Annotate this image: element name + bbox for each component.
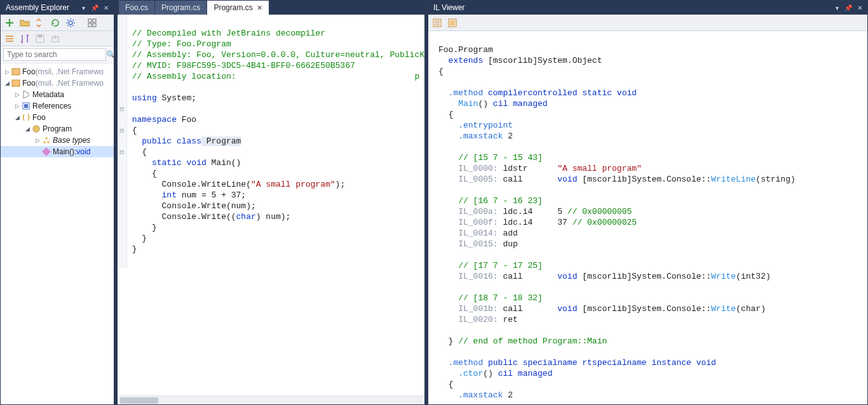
tree-node-metadata[interactable]: ▷ Metadata [1, 89, 114, 100]
tree-label: Foo [22, 67, 36, 76]
code-lines: // Decompiled with JetBrains decompiler … [127, 15, 424, 268]
dropdown-icon[interactable]: ▾ [832, 3, 842, 13]
il-viewer-header: IL Viewer ▾ 📌 ✕ [428, 1, 867, 15]
tree-label: Main(): [53, 147, 76, 156]
close-icon[interactable]: ✕ [257, 4, 262, 12]
svg-rect-6 [93, 23, 96, 27]
svg-rect-11 [12, 80, 20, 86]
svg-rect-8 [38, 35, 42, 37]
svg-rect-1 [6, 22, 13, 23]
tree-return-type: void [76, 147, 90, 156]
add-icon[interactable] [3, 17, 16, 29]
svg-rect-10 [12, 69, 20, 75]
assembly-explorer-toolbar [1, 15, 114, 31]
sort-icon[interactable] [18, 32, 31, 45]
collapse-icon[interactable]: ◢ [13, 114, 21, 121]
folder-icon[interactable] [18, 17, 31, 29]
search-input[interactable] [3, 48, 106, 61]
references-icon [21, 101, 31, 111]
svg-point-15 [45, 137, 48, 140]
svg-point-14 [33, 126, 39, 132]
tree-label: References [32, 102, 71, 110]
tree-node-basetypes[interactable]: ▷ Base types [1, 135, 114, 146]
svg-rect-18 [42, 147, 51, 156]
gear-icon[interactable] [64, 17, 77, 29]
assembly-icon [11, 78, 21, 88]
refresh-icon[interactable] [49, 17, 62, 29]
il-viewer-title: IL Viewer [433, 3, 831, 12]
svg-rect-21 [450, 20, 455, 25]
svg-point-17 [47, 141, 50, 143]
il-code-lines: Foo.Program extends [mscorlib]System.Obj… [428, 31, 867, 404]
svg-rect-5 [88, 23, 92, 27]
assembly-explorer-title: Assembly Explorer [6, 3, 77, 12]
svg-point-2 [69, 21, 72, 25]
tree-suffix: (msil, .Net Framewo [36, 79, 104, 88]
tab-program-cs[interactable]: Program.cs [155, 1, 207, 15]
dropdown-icon[interactable]: ▾ [78, 3, 88, 13]
expand-icon[interactable]: ▷ [34, 137, 41, 143]
pin-icon[interactable]: 📌 [90, 3, 100, 13]
scrollbar-thumb[interactable] [120, 397, 158, 404]
editor-panel: Foo.cs Program.cs Program.cs ✕ ⊟⊟⊟ // De… [117, 0, 425, 405]
export-icon[interactable] [49, 32, 62, 45]
tab-foo-cs[interactable]: Foo.cs [119, 1, 155, 15]
grid-icon[interactable] [86, 17, 98, 29]
namespace-icon [21, 112, 31, 123]
expand-icon[interactable]: ▷ [3, 69, 11, 75]
il-option1-icon[interactable] [431, 17, 444, 29]
search-row: 🔍 [1, 46, 114, 63]
assembly-tree[interactable]: ▷ Foo (msil, .Net Framewo ◢ Foo (msil, .… [1, 63, 114, 404]
il-option2-icon[interactable] [446, 17, 459, 29]
collapse-icon[interactable] [3, 32, 16, 45]
svg-rect-4 [93, 19, 96, 22]
tree-label: Base types [53, 136, 90, 145]
tab-label: Program.cs [161, 3, 200, 12]
tree-node-assembly[interactable]: ▷ Foo (msil, .Net Framewo [1, 66, 114, 77]
svg-rect-3 [88, 19, 92, 22]
assembly-explorer-header: Assembly Explorer ▾ 📌 ✕ [1, 1, 114, 15]
close-icon[interactable]: ✕ [855, 3, 865, 13]
tree-suffix: (msil, .Net Framewo [36, 67, 104, 76]
metadata-icon [21, 90, 31, 100]
save-icon[interactable] [34, 32, 46, 45]
arrows-icon[interactable] [34, 17, 46, 29]
tree-node-class[interactable]: ◢ Program [1, 123, 114, 135]
tree-label: Foo [22, 79, 36, 88]
il-viewer-panel: IL Viewer ▾ 📌 ✕ Foo.Program extends [msc… [428, 0, 868, 405]
collapse-icon[interactable]: ◢ [24, 126, 31, 132]
assembly-explorer-toolbar2 [1, 31, 114, 46]
expand-icon[interactable]: ▷ [13, 103, 21, 109]
class-icon [31, 124, 41, 134]
tree-label: Foo [32, 113, 46, 122]
svg-point-16 [43, 141, 46, 143]
tab-label: Program.cs [214, 3, 252, 12]
expand-icon[interactable]: ▷ [13, 91, 21, 98]
tree-node-namespace[interactable]: ◢ Foo [1, 112, 114, 123]
tree-node-assembly[interactable]: ◢ Foo (msil, .Net Framewo [1, 77, 114, 89]
tree-node-method[interactable]: Main():void [1, 146, 114, 157]
collapse-icon[interactable]: ◢ [3, 80, 11, 86]
close-icon[interactable]: ✕ [101, 3, 111, 13]
assembly-icon [11, 67, 21, 77]
code-editor[interactable]: ⊟⊟⊟ // Decompiled with JetBrains decompi… [118, 15, 424, 395]
svg-rect-13 [24, 104, 28, 108]
assembly-explorer-panel: Assembly Explorer ▾ 📌 ✕ 🔍 ▷ Foo (msil, .… [0, 0, 114, 405]
basetypes-icon [41, 135, 51, 145]
pin-icon[interactable]: 📌 [843, 3, 853, 13]
editor-tabstrip: Foo.cs Program.cs Program.cs ✕ [118, 1, 424, 15]
il-viewer-toolbar [428, 15, 867, 31]
editor-hscrollbar[interactable] [118, 395, 424, 404]
tab-program-cs-active[interactable]: Program.cs ✕ [207, 1, 269, 15]
tree-label: Metadata [32, 90, 64, 99]
editor-gutter: ⊟⊟⊟ [118, 15, 127, 268]
tree-node-references[interactable]: ▷ References [1, 100, 114, 112]
method-icon [41, 147, 51, 157]
il-code-editor[interactable]: Foo.Program extends [mscorlib]System.Obj… [428, 31, 867, 404]
tree-label: Program [43, 124, 72, 133]
tab-label: Foo.cs [125, 3, 148, 12]
